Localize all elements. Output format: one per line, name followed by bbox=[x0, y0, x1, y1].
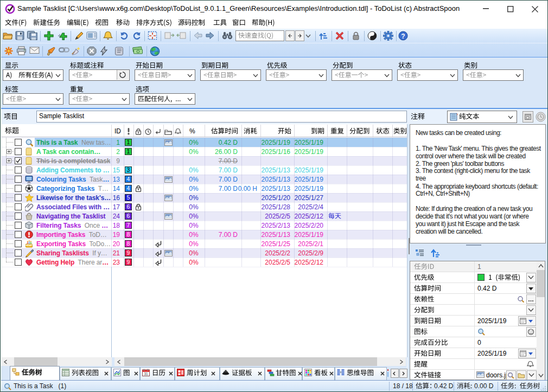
svg-text:?: ? bbox=[401, 33, 405, 40]
svg-text:31: 31 bbox=[144, 372, 148, 376]
